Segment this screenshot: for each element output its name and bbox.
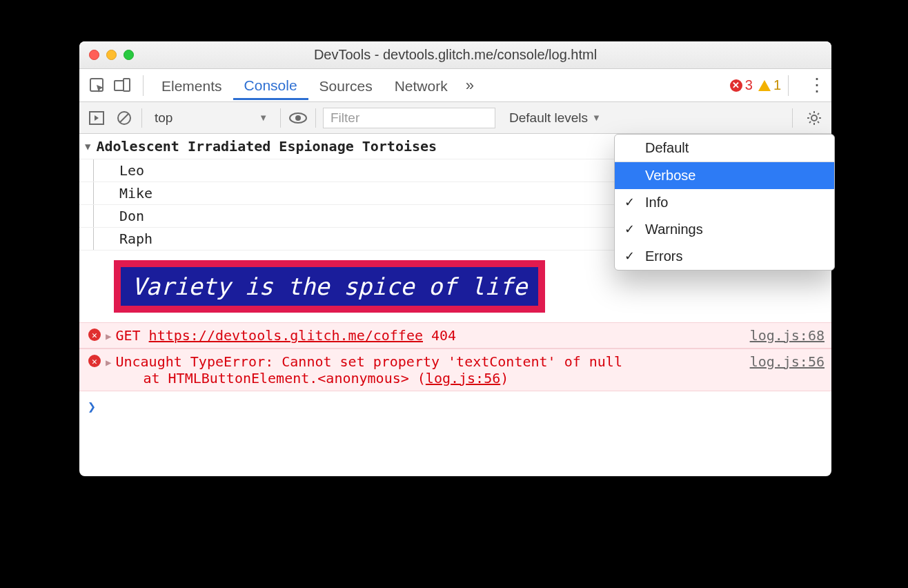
- devtools-tabstrip: Elements Console Sources Network » ✕ 3 1…: [79, 69, 831, 102]
- console-error-entry: ✕ ▶ Uncaught TypeError: Cannot set prope…: [79, 349, 831, 391]
- svg-line-16: [818, 113, 819, 115]
- svg-line-14: [818, 121, 819, 123]
- console-prompt[interactable]: ❯: [79, 391, 831, 422]
- error-url[interactable]: https://devtools.glitch.me/coffee: [149, 327, 423, 344]
- devtools-window: DevTools - devtools.glitch.me/console/lo…: [79, 41, 831, 476]
- maximize-window-button[interactable]: [124, 50, 134, 60]
- source-link[interactable]: log.js:56: [750, 353, 825, 370]
- warning-count-badge[interactable]: 1: [758, 77, 781, 93]
- console-error-entry: ✕ ▶ GET https://devtools.glitch.me/coffe…: [79, 322, 831, 349]
- log-levels-dropdown[interactable]: Default levels ▼: [509, 110, 601, 126]
- source-link[interactable]: log.js:68: [750, 327, 825, 344]
- clear-console-icon[interactable]: [114, 108, 135, 128]
- console-settings-icon[interactable]: [804, 108, 825, 128]
- svg-line-13: [809, 113, 811, 115]
- level-option-warnings[interactable]: ✓ Warnings: [615, 216, 834, 243]
- error-count: 3: [745, 77, 753, 93]
- chevron-down-icon: ▼: [592, 112, 601, 123]
- console-toolbar: top ▼ Filter Default levels ▼: [79, 102, 831, 134]
- traffic-lights: [89, 50, 134, 60]
- level-option-info[interactable]: ✓ Info: [615, 189, 834, 216]
- svg-line-15: [809, 121, 811, 123]
- toggle-device-toolbar-icon[interactable]: [111, 75, 133, 97]
- log-levels-menu: Default Verbose ✓ Info ✓ Warnings ✓ Erro…: [614, 134, 835, 271]
- level-option-errors[interactable]: ✓ Errors: [615, 243, 834, 270]
- error-message: Uncaught TypeError: Cannot set property …: [115, 353, 622, 370]
- checkmark-icon: ✓: [624, 222, 635, 237]
- separator: [143, 75, 144, 96]
- separator: [788, 75, 789, 96]
- stack-suffix: ): [500, 370, 509, 386]
- level-option-verbose[interactable]: Verbose: [615, 162, 834, 189]
- svg-point-7: [295, 115, 301, 121]
- checkmark-icon: ✓: [624, 248, 635, 264]
- svg-point-8: [811, 115, 817, 121]
- inspect-element-icon[interactable]: [86, 75, 108, 97]
- group-title: Adolescent Irradiated Espionage Tortoise…: [96, 138, 437, 155]
- disclosure-triangle-icon[interactable]: ▶: [106, 327, 111, 342]
- window-title: DevTools - devtools.glitch.me/console/lo…: [79, 47, 831, 63]
- chevron-down-icon: ▼: [259, 112, 268, 123]
- show-console-sidebar-icon[interactable]: [86, 108, 107, 128]
- more-tabs-button[interactable]: »: [466, 77, 474, 95]
- separator: [280, 108, 281, 128]
- live-expression-icon[interactable]: [288, 108, 308, 128]
- tab-sources[interactable]: Sources: [308, 71, 384, 100]
- devtools-menu-button[interactable]: ⋮: [808, 75, 826, 96]
- checkmark-icon: ✓: [624, 195, 635, 210]
- separator: [315, 108, 316, 128]
- disclosure-triangle-icon[interactable]: ▼: [85, 141, 90, 152]
- separator: [792, 108, 793, 128]
- http-status: 404: [431, 327, 456, 344]
- error-count-badge[interactable]: ✕ 3: [730, 77, 753, 93]
- window-titlebar: DevTools - devtools.glitch.me/console/lo…: [79, 41, 831, 69]
- error-icon: ✕: [88, 355, 101, 367]
- svg-rect-1: [115, 81, 124, 90]
- context-label: top: [155, 110, 172, 126]
- stack-link[interactable]: log.js:56: [426, 370, 500, 386]
- level-option-default[interactable]: Default: [615, 135, 834, 161]
- error-icon: ✕: [730, 79, 742, 92]
- separator: [141, 108, 142, 128]
- http-method: GET: [115, 327, 140, 344]
- filter-placeholder: Filter: [330, 110, 359, 126]
- close-window-button[interactable]: [89, 50, 99, 60]
- execution-context-selector[interactable]: top ▼: [149, 108, 273, 128]
- svg-line-5: [120, 114, 128, 122]
- stack-prefix: at HTMLButtonElement.<anonymous> (: [143, 370, 425, 386]
- warning-count: 1: [773, 77, 781, 93]
- styled-message: Variety is the spice of life: [114, 260, 545, 313]
- levels-label: Default levels: [509, 110, 588, 126]
- tab-elements[interactable]: Elements: [150, 71, 233, 100]
- tab-console[interactable]: Console: [233, 70, 308, 100]
- disclosure-triangle-icon[interactable]: ▶: [106, 353, 111, 368]
- svg-rect-2: [124, 79, 130, 91]
- minimize-window-button[interactable]: [106, 50, 117, 60]
- warning-icon: [758, 80, 771, 91]
- tab-network[interactable]: Network: [384, 71, 459, 100]
- error-icon: ✕: [88, 329, 101, 341]
- filter-input[interactable]: Filter: [323, 108, 495, 128]
